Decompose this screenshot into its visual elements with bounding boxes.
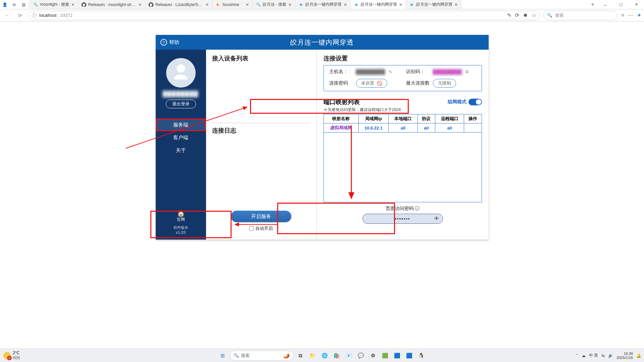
search-icon: 🔍	[234, 353, 239, 358]
reload-button[interactable]: ⟳	[15, 11, 25, 20]
clock-time: 19:38	[616, 352, 633, 356]
clock[interactable]: 19:38 2025/1/16	[616, 352, 633, 360]
minimize-button[interactable]: —	[598, 0, 613, 9]
page-password-field[interactable]: ••••••• 👁	[362, 214, 443, 224]
tray-wifi-icon[interactable]: ⇆	[601, 353, 605, 358]
appearance-icon[interactable]: ☻	[523, 12, 528, 18]
profile-icon[interactable]: 👤	[0, 0, 9, 9]
browser-search-box[interactable]: 🔍 搜索	[543, 11, 617, 20]
new-tab-button[interactable]: ＋	[588, 0, 598, 9]
copy-id-icon[interactable]: ⧉	[465, 69, 468, 74]
eye-icon[interactable]: 👁	[434, 216, 439, 222]
tab-close-icon[interactable]: ✕	[138, 2, 142, 7]
tab-close-icon[interactable]: ✕	[288, 2, 292, 7]
address-bar[interactable]: i localhost:33272 ✎ ⟳ ☻ ☆	[28, 11, 540, 20]
devices-title: 接入设备列表	[212, 54, 310, 62]
app-icon-2[interactable]: 🟦	[392, 351, 402, 361]
browser-tab[interactable]: Releases · moonlight-stre…✕	[78, 0, 145, 9]
avatar[interactable]	[166, 58, 196, 88]
tab-close-icon[interactable]: ✕	[399, 2, 402, 7]
extensions-icon[interactable]: ✧	[621, 12, 625, 18]
read-aloud-icon[interactable]: ✎	[507, 12, 511, 18]
edge-icon[interactable]: 🌐	[320, 351, 330, 361]
tab-close-icon[interactable]: ✕	[205, 2, 209, 7]
net-mode-toggle[interactable]: 组网模式	[448, 99, 482, 105]
notifications-icon[interactable]: 🔔	[636, 353, 641, 358]
app-icon-3[interactable]: 🟦	[404, 351, 414, 361]
tab-close-icon[interactable]: ✕	[454, 2, 458, 7]
weather-cond: 晴朗	[13, 355, 20, 360]
home-label[interactable]: 官网	[174, 217, 188, 222]
search-placeholder: 搜索	[555, 12, 564, 18]
outlook-icon[interactable]: 📧	[344, 351, 354, 361]
tray-cloud-icon[interactable]: ☁	[582, 353, 586, 358]
tabactions-icon[interactable]: ▥	[19, 0, 28, 9]
weather-widget[interactable]: 2°C 晴朗	[0, 351, 23, 360]
tray-volume-icon[interactable]: 🔊	[608, 353, 613, 358]
chat-icon[interactable]: 💬	[356, 351, 366, 361]
app-shell: ? 帮助 皎月连一键内网穿透 ████████ 退出登录 服务端客户端关于 🏠 …	[156, 35, 489, 240]
start-button[interactable]: ⊞	[218, 351, 228, 361]
table-row[interactable]: 虚拟局域网 10.6.22.1 all all all	[324, 123, 482, 133]
taskview-icon[interactable]: ⧉	[296, 351, 306, 361]
close-window-button[interactable]: ✕	[629, 0, 644, 9]
logout-button[interactable]: 退出登录	[166, 100, 196, 108]
col-lport: 本地端口	[389, 114, 418, 123]
tab-close-icon[interactable]: ✕	[344, 2, 347, 7]
connection-settings-box: 主机名： ████████ ✎ 识别码： ████████ ⧉ 连接密码	[324, 65, 482, 91]
sidebar-item[interactable]: 关于	[156, 144, 206, 157]
port-map-table: 映射名称 局域网ip 本地端口 协议 远程端口 操作 虚拟局域网 10.6.22…	[324, 114, 482, 133]
browser-tab[interactable]: ◐Sunshine✕	[212, 0, 253, 9]
favorite-icon[interactable]: ☆	[532, 12, 536, 18]
ime-indicator[interactable]: 中 英	[589, 353, 598, 358]
auto-start-checkbox[interactable]: 自动开启	[249, 225, 273, 231]
tab-favicon	[82, 2, 86, 7]
home-icon[interactable]: 🏠	[174, 210, 188, 217]
store-icon[interactable]: 🛍️	[332, 351, 342, 361]
more-icon[interactable]: ⋯	[628, 12, 634, 18]
tab-favicon: 🔍	[33, 2, 38, 7]
tray-chevron-icon[interactable]: ˄	[576, 353, 578, 358]
browser-tab[interactable]: ◉皎月连一键内网穿透✕	[295, 0, 351, 9]
username: ████████	[163, 91, 199, 97]
help-button[interactable]: ? 帮助	[156, 39, 184, 46]
auto-start-input[interactable]	[249, 226, 254, 231]
tab-close-icon[interactable]: ✕	[71, 2, 75, 7]
sidebar-item[interactable]: 服务端	[156, 118, 206, 131]
host-value: ████████	[356, 69, 385, 74]
site-info-icon[interactable]: i	[32, 13, 37, 18]
workspaces-icon[interactable]: ⧉	[9, 0, 19, 9]
row-ops	[464, 123, 482, 133]
browser-tabs: 🔍moonlight - 搜索✕Releases · moonlight-str…	[30, 0, 588, 9]
browser-tab[interactable]: Releases · LizardByte/Sun…✕	[145, 0, 212, 9]
steam-icon[interactable]: ⚙	[368, 351, 378, 361]
divider	[212, 123, 310, 123]
maximize-button[interactable]: ▢	[613, 0, 629, 9]
col-ops: 操作	[464, 114, 482, 123]
copilot-icon[interactable]: ✦	[637, 12, 641, 18]
port-map-empty-area	[324, 133, 482, 202]
back-button[interactable]: ←	[3, 11, 12, 20]
connection-settings-title: 连接设置	[324, 54, 482, 62]
browser-tab[interactable]: ◉皎月连一键内网穿透✕	[351, 0, 406, 9]
translate-icon[interactable]: ⟳	[515, 12, 519, 18]
conn-password-pill[interactable]: 未设置 🚫	[356, 79, 387, 88]
qq-icon[interactable]: 🐧	[416, 351, 427, 361]
edit-host-icon[interactable]: ✎	[389, 69, 392, 74]
net-mode-label: 组网模式	[448, 99, 466, 105]
tab-close-icon[interactable]: ✕	[246, 2, 249, 7]
explorer-icon[interactable]: 📁	[308, 351, 318, 361]
app-title: 皎月连一键内网穿透	[290, 38, 354, 47]
sidebar-item[interactable]: 客户端	[156, 131, 206, 144]
browser-tab[interactable]: 🔍皎月连 - 搜索✕	[253, 0, 296, 9]
help-icon: ?	[160, 39, 167, 46]
start-service-button[interactable]: 开启服务	[231, 211, 291, 222]
browser-tab[interactable]: 🔍moonlight - 搜索✕	[30, 0, 78, 9]
taskbar-search[interactable]: 🔍 搜索 🌶️	[230, 351, 294, 361]
toggle-switch[interactable]	[468, 99, 482, 105]
browser-tab[interactable]: ◉皎月连一键内网穿透✕	[406, 0, 461, 9]
id-label: 识别码：	[406, 69, 430, 75]
app-icon-1[interactable]: 🟩	[380, 351, 390, 361]
row-name: 虚拟局域网	[324, 123, 358, 133]
max-conn-pill[interactable]: 无限制	[433, 79, 456, 88]
